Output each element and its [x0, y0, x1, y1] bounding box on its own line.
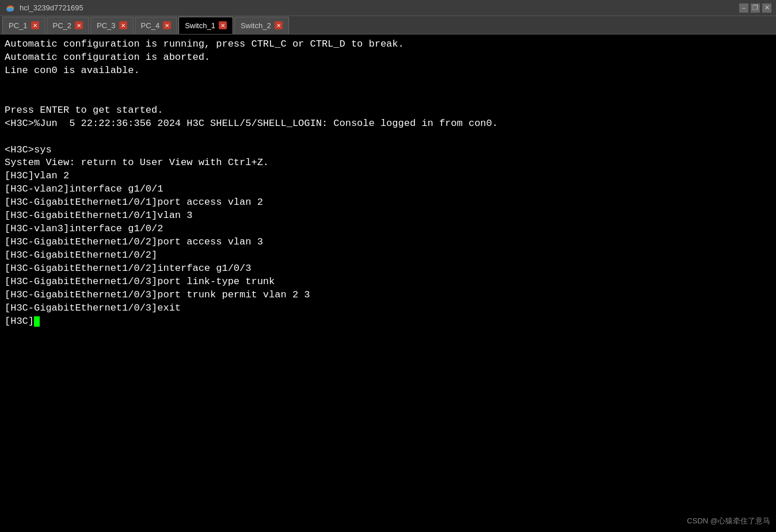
window-title: hcl_3239d7721695 — [20, 3, 739, 12]
tabbar: PC_1✕PC_2✕PC_3✕PC_4✕Switch_1✕Switch_2✕ — [0, 16, 776, 35]
watermark: CSDN @心猿牵住了意马 — [687, 516, 770, 526]
restore-button[interactable]: ❐ — [751, 3, 760, 13]
tab-close-pc3[interactable]: ✕ — [119, 21, 127, 29]
titlebar: hcl_3239d7721695 − ❐ ✕ — [0, 0, 776, 16]
terminal-area[interactable]: Automatic configuration is running, pres… — [0, 35, 776, 532]
app-icon — [5, 2, 16, 14]
tab-label-pc3: PC_3 — [97, 21, 116, 30]
tab-label-switch1: Switch_1 — [185, 21, 215, 30]
tab-pc1[interactable]: PC_1✕ — [2, 17, 45, 34]
minimize-button[interactable]: − — [739, 3, 748, 13]
tab-label-pc4: PC_4 — [141, 21, 160, 30]
tab-close-switch1[interactable]: ✕ — [219, 21, 227, 29]
tab-switch2[interactable]: Switch_2✕ — [234, 17, 289, 34]
tab-label-switch2: Switch_2 — [241, 21, 271, 30]
window-controls: − ❐ ✕ — [739, 3, 771, 13]
tab-label-pc2: PC_2 — [53, 21, 72, 30]
tab-close-pc1[interactable]: ✕ — [31, 21, 39, 29]
tab-pc4[interactable]: PC_4✕ — [135, 17, 178, 34]
tab-close-switch2[interactable]: ✕ — [275, 21, 283, 29]
terminal-cursor — [34, 316, 40, 327]
tab-pc2[interactable]: PC_2✕ — [47, 17, 90, 34]
tab-close-pc4[interactable]: ✕ — [163, 21, 171, 29]
tab-label-pc1: PC_1 — [9, 21, 28, 30]
tab-close-pc2[interactable]: ✕ — [75, 21, 83, 29]
terminal-output: Automatic configuration is running, pres… — [5, 38, 771, 328]
tab-pc3[interactable]: PC_3✕ — [90, 17, 134, 34]
close-button[interactable]: ✕ — [762, 3, 771, 13]
tab-switch1[interactable]: Switch_1✕ — [178, 17, 233, 34]
